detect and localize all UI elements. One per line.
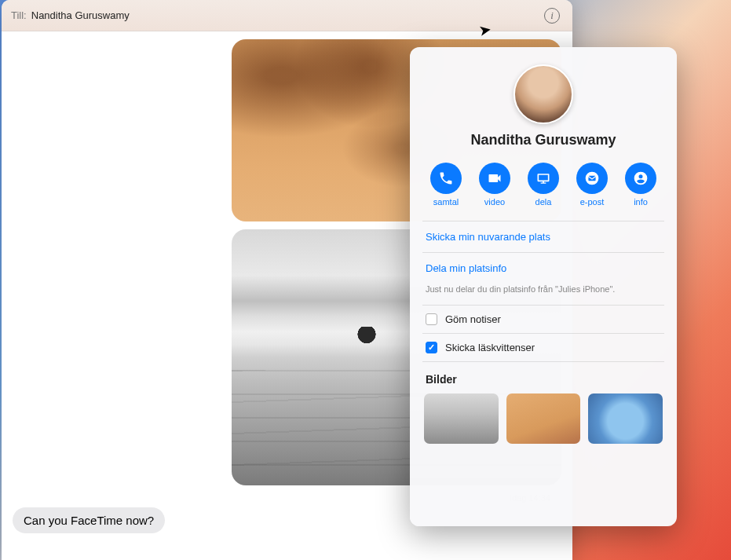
location-sharing-note: Just nu delar du din platsinfo från "Jul…: [424, 284, 663, 305]
details-popover: Nanditha Guruswamy samtal video dela e-p…: [410, 47, 677, 526]
checkbox-unchecked-icon[interactable]: [426, 313, 437, 325]
send-current-location-link[interactable]: Skicka min nuvarande plats: [424, 221, 663, 252]
read-receipts-row[interactable]: Skicka läskvittenser: [424, 334, 663, 361]
email-label: e-post: [580, 197, 605, 207]
phone-icon: [430, 163, 462, 194]
images-section-title: Bilder: [424, 362, 663, 393]
read-receipts-label: Skicka läskvittenser: [445, 342, 535, 353]
hide-alerts-label: Göm notiser: [445, 313, 501, 325]
contact-name: Nanditha Guruswamy: [424, 132, 663, 148]
thumbnail-landscape[interactable]: [424, 393, 499, 444]
video-button[interactable]: video: [473, 163, 517, 207]
video-icon: [479, 163, 510, 194]
email-icon: [576, 163, 608, 194]
info-action-button[interactable]: info: [619, 163, 663, 207]
info-button[interactable]: i: [544, 8, 560, 24]
toolbar: Till: Nanditha Guruswamy i: [2, 0, 572, 31]
hide-alerts-row[interactable]: Göm notiser: [424, 306, 663, 333]
call-label: samtal: [433, 197, 459, 207]
recipient-name: Nanditha Guruswamy: [31, 9, 130, 21]
action-row: samtal video dela e-post info: [424, 163, 663, 207]
share-label: dela: [535, 197, 552, 207]
share-button[interactable]: dela: [521, 163, 565, 207]
text-message-incoming: Can you FaceTime now?: [13, 507, 165, 533]
thumbnail-sky[interactable]: [588, 393, 663, 444]
video-label: video: [484, 197, 505, 207]
person-icon: [625, 163, 656, 194]
call-button[interactable]: samtal: [424, 163, 468, 207]
checkbox-checked-icon[interactable]: [426, 342, 437, 353]
to-label: Till:: [11, 9, 27, 21]
image-thumbnails: [424, 393, 663, 444]
contact-avatar[interactable]: [514, 64, 573, 124]
thumbnail-sand[interactable]: [506, 393, 581, 444]
share-my-location-link[interactable]: Dela min platsinfo: [424, 253, 663, 284]
email-button[interactable]: e-post: [570, 163, 614, 207]
info-label: info: [634, 197, 648, 207]
share-screen-icon: [528, 163, 559, 194]
